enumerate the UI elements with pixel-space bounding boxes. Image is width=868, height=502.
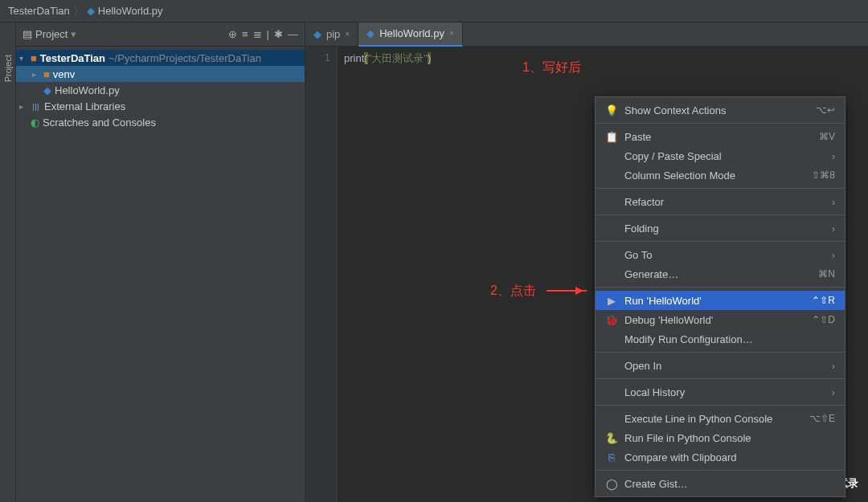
gear-icon[interactable]: ✱	[274, 28, 283, 40]
chevron-right-icon: ▸	[32, 70, 40, 79]
github-icon: ◯	[605, 478, 618, 490]
breadcrumb-item[interactable]: ◆ HelloWorld.py	[87, 5, 163, 17]
scratch-icon: ◐	[31, 116, 39, 129]
python-file-icon: ◆	[87, 5, 95, 17]
clipboard-icon: 📋	[605, 131, 618, 143]
code-line[interactable]: print("大田测试录")	[344, 51, 431, 66]
ctx-paste[interactable]: 📋Paste⌘V	[596, 127, 845, 146]
chevron-down-icon: ▾	[19, 54, 27, 63]
separator	[596, 405, 845, 406]
project-icon: ▤	[23, 28, 32, 40]
sidebar-rail: Project	[0, 22, 16, 502]
chevron-right-icon: ›	[832, 222, 835, 235]
folder-icon: ■	[31, 52, 37, 64]
ctx-execute-line[interactable]: Execute Line in Python Console⌥⇧E	[596, 409, 845, 428]
ctx-create-gist[interactable]: ◯Create Gist…	[596, 474, 845, 493]
library-icon: ⫼	[31, 100, 41, 112]
tree-scratches[interactable]: ◐ Scratches and Consoles	[16, 114, 305, 130]
ctx-debug[interactable]: 🐞Debug 'HelloWorld'⌃⇧D	[596, 310, 845, 329]
divider: |	[267, 28, 269, 40]
ctx-open-in[interactable]: Open In›	[596, 356, 845, 375]
ctx-compare-clipboard[interactable]: ⎘Compare with Clipboard	[596, 447, 845, 467]
ctx-refactor[interactable]: Refactor›	[596, 192, 845, 211]
tab-helloworld[interactable]: ◆ HelloWorld.py ×	[358, 22, 463, 47]
close-icon[interactable]: ×	[449, 29, 454, 38]
ctx-run-file-console[interactable]: 🐍Run File in Python Console	[596, 428, 845, 447]
chevron-right-icon: ›	[832, 386, 835, 398]
bulb-icon: 💡	[605, 104, 618, 116]
gutter: 1	[305, 47, 338, 502]
hide-icon[interactable]: —	[288, 28, 298, 40]
ctx-run[interactable]: ▶Run 'HelloWorld'⌃⇧R	[596, 291, 845, 310]
separator	[596, 188, 845, 189]
code-lines: print("大田测试录")	[338, 47, 431, 502]
expand-icon[interactable]: ≡	[242, 28, 248, 40]
separator	[596, 123, 845, 124]
tab-pip[interactable]: ◆ pip ×	[305, 22, 358, 47]
run-icon: ▶	[605, 295, 618, 307]
line-number: 1	[305, 51, 330, 63]
panel-header: ▤ Project ▾ ⊕ ≡ ≣ | ✱ —	[16, 22, 305, 47]
ctx-modify-run-config[interactable]: Modify Run Configuration…	[596, 329, 845, 349]
project-panel: ▤ Project ▾ ⊕ ≡ ≣ | ✱ — ▾ ■ TesterDaTian…	[16, 22, 305, 502]
separator	[596, 214, 845, 215]
ctx-generate[interactable]: Generate…⌘N	[596, 264, 845, 284]
ctx-folding[interactable]: Folding›	[596, 218, 845, 238]
debug-icon: 🐞	[605, 314, 618, 326]
separator	[596, 241, 845, 242]
editor-tabs: ◆ pip × ◆ HelloWorld.py ×	[305, 22, 868, 47]
separator	[596, 287, 845, 288]
tree-root[interactable]: ▾ ■ TesterDaTian ~/PycharmProjects/Teste…	[16, 50, 305, 66]
breadcrumb: TesterDaTian 〉 ◆ HelloWorld.py	[0, 0, 868, 22]
python-file-icon: ◆	[366, 27, 375, 39]
separator	[596, 352, 845, 353]
tree-file-helloworld[interactable]: ◆ HelloWorld.py	[16, 82, 305, 98]
breadcrumb-item[interactable]: TesterDaTian	[8, 5, 70, 17]
python-file-icon: ◆	[43, 84, 51, 96]
chevron-right-icon: ›	[832, 150, 835, 162]
chevron-right-icon: ›	[832, 249, 835, 261]
collapse-icon[interactable]: ≣	[253, 28, 262, 40]
rail-project-tab[interactable]: Project	[3, 55, 13, 82]
separator	[596, 378, 845, 379]
python-file-icon: ◆	[313, 28, 321, 40]
ctx-column-selection[interactable]: Column Selection Mode⇧⌘8	[596, 165, 845, 185]
annotation-2: 2、点击	[490, 283, 536, 300]
tree-external-libraries[interactable]: ▸ ⫼ External Libraries	[16, 98, 305, 114]
chevron-right-icon: 〉	[73, 4, 84, 18]
panel-title: Project	[35, 28, 68, 40]
close-icon[interactable]: ×	[345, 30, 350, 39]
chevron-right-icon: ▸	[19, 102, 27, 111]
annotation-1: 1、写好后	[522, 59, 581, 76]
separator	[596, 470, 845, 471]
chevron-down-icon[interactable]: ▾	[71, 28, 76, 40]
ctx-local-history[interactable]: Local History›	[596, 382, 845, 402]
context-menu: 💡Show Context Actions⌥↩ 📋Paste⌘V Copy / …	[595, 96, 845, 497]
locate-icon[interactable]: ⊕	[228, 28, 237, 40]
chevron-right-icon: ›	[832, 196, 835, 208]
ctx-goto[interactable]: Go To›	[596, 245, 845, 264]
python-icon: 🐍	[605, 432, 618, 444]
folder-icon: ■	[43, 68, 50, 80]
ctx-show-context-actions[interactable]: 💡Show Context Actions⌥↩	[596, 100, 845, 120]
file-tree: ▾ ■ TesterDaTian ~/PycharmProjects/Teste…	[16, 47, 305, 133]
tree-folder-venv[interactable]: ▸ ■ venv	[16, 66, 305, 82]
compare-icon: ⎘	[605, 451, 618, 463]
ctx-copy-paste-special[interactable]: Copy / Paste Special›	[596, 146, 845, 165]
chevron-right-icon: ›	[832, 360, 835, 372]
arrow-icon	[547, 290, 587, 292]
